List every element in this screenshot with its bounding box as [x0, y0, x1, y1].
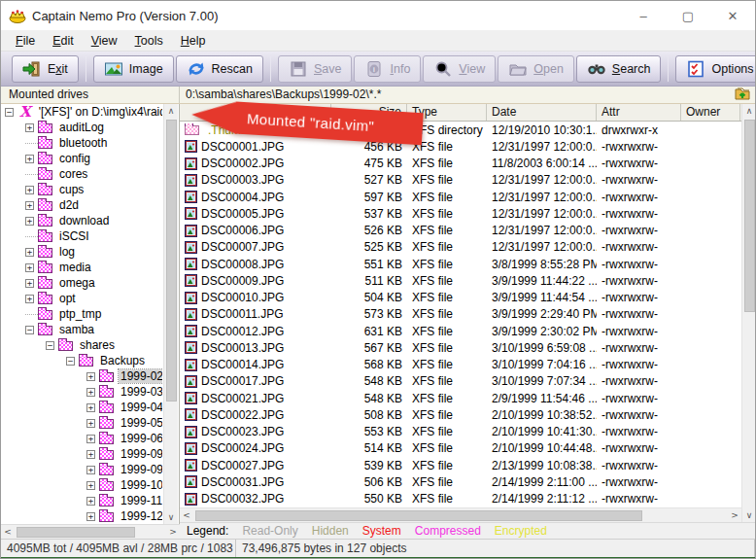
- tree-expander-plus-icon[interactable]: +: [25, 217, 34, 226]
- scroll-down-icon[interactable]: ∨: [164, 510, 178, 524]
- file-row-dsc00007-jpg[interactable]: DSC00007.JPG525 KBXFS file12/31/1997 12:…: [180, 239, 741, 256]
- tree-expander-plus-icon[interactable]: +: [86, 450, 95, 459]
- view-button[interactable]: View: [423, 55, 496, 83]
- file-row-dsc00032-jpg[interactable]: DSC00032.JPG550 KBXFS file2/14/1999 2:11…: [180, 491, 741, 507]
- menu-view[interactable]: View: [83, 32, 126, 50]
- file-row-dsc00011-jpg[interactable]: DSC00011.JPG573 KBXFS file3/9/1999 2:29:…: [180, 306, 741, 323]
- tree-expander-plus-icon[interactable]: +: [86, 497, 95, 506]
- folder-up-icon[interactable]: [734, 86, 751, 104]
- list-horizontal-scrollbar[interactable]: < >: [180, 507, 741, 522]
- tree-horizontal-scrollbar[interactable]: < >: [1, 524, 180, 539]
- tree-expander-plus-icon[interactable]: +: [86, 419, 95, 428]
- scroll-up-icon[interactable]: ∧: [742, 104, 756, 118]
- tree-expander-minus-icon[interactable]: −: [25, 326, 34, 334]
- tree-item-opt[interactable]: +opt: [1, 291, 162, 306]
- exit-button[interactable]: Exit: [12, 55, 79, 83]
- file-row-dsc00005-jpg[interactable]: DSC00005.JPG537 KBXFS file12/31/1997 12:…: [180, 205, 741, 222]
- file-row-dsc00008-jpg[interactable]: DSC00008.JPG551 KBXFS file3/8/1999 8:55:…: [180, 256, 741, 272]
- tree-item-1999-12[interactable]: +1999-12: [1, 508, 162, 524]
- minimize-button[interactable]: –: [621, 1, 666, 30]
- tree-expander-minus-icon[interactable]: −: [5, 108, 14, 117]
- tree-hscroll-thumb[interactable]: [17, 527, 135, 538]
- open-button[interactable]: Open: [498, 55, 574, 83]
- tree-item-d2d[interactable]: +d2d: [1, 197, 162, 213]
- scroll-up-icon[interactable]: ∧: [164, 104, 178, 118]
- tree-expander-minus-icon[interactable]: −: [66, 357, 75, 366]
- tree-expander-plus-icon[interactable]: +: [86, 403, 95, 412]
- file-row-dsc00006-jpg[interactable]: DSC00006.JPG526 KBXFS file12/31/1997 12:…: [180, 223, 741, 239]
- tree-expander-plus-icon[interactable]: +: [86, 435, 95, 443]
- tree-item-1999-03[interactable]: +1999-03: [1, 384, 162, 400]
- tree-item-cups[interactable]: +cups: [1, 182, 162, 197]
- search-button[interactable]: Search: [576, 55, 662, 83]
- tree-item-1999-02[interactable]: +1999-02: [1, 368, 162, 384]
- file-row-dsc00012-jpg[interactable]: DSC00012.JPG631 KBXFS file3/9/1999 2:30:…: [180, 323, 741, 339]
- tree-item-download[interactable]: +download: [1, 213, 162, 228]
- tree-expander-plus-icon[interactable]: +: [86, 372, 95, 381]
- column-header-attr[interactable]: Attr: [597, 104, 681, 121]
- scroll-right-icon[interactable]: >: [166, 525, 180, 539]
- tree-expander-plus-icon[interactable]: +: [25, 155, 34, 163]
- save-button[interactable]: Save: [278, 55, 353, 83]
- tree-expander-plus-icon[interactable]: +: [25, 123, 34, 132]
- tree-item-backups[interactable]: −Backups: [1, 353, 162, 368]
- file-row-dsc00003-jpg[interactable]: DSC00003.JPG527 KBXFS file12/31/1997 12:…: [180, 172, 741, 189]
- tree-item-1999-10[interactable]: +1999-10: [1, 477, 162, 493]
- tree-vscroll-thumb[interactable]: [166, 120, 177, 402]
- tree-item-cores[interactable]: cores: [1, 166, 162, 182]
- tree-item-omega[interactable]: +omega: [1, 275, 162, 291]
- tree-item-iscsi[interactable]: iSCSI: [1, 228, 162, 244]
- file-row-dsc00031-jpg[interactable]: DSC00031.JPG506 KBXFS file2/14/1999 2:11…: [180, 473, 741, 490]
- tree-expander-plus-icon[interactable]: +: [25, 201, 34, 210]
- list-vertical-scrollbar[interactable]: ∧ ∨: [741, 104, 756, 522]
- tree-vertical-scrollbar[interactable]: ∧ ∨: [163, 104, 178, 524]
- file-row-dsc00004-jpg[interactable]: DSC00004.JPG597 KBXFS file12/31/1997 12:…: [180, 189, 741, 205]
- menu-file[interactable]: File: [7, 32, 44, 50]
- tree-expander-plus-icon[interactable]: +: [25, 263, 34, 272]
- rescan-button[interactable]: Rescan: [176, 55, 263, 83]
- tree-item-config[interactable]: +config: [1, 151, 162, 166]
- column-header-owner[interactable]: Owner: [681, 104, 740, 121]
- column-header-date[interactable]: Date: [487, 104, 597, 121]
- tree-item-1999-09[interactable]: +1999-09: [1, 446, 162, 462]
- tree-expander-plus-icon[interactable]: +: [25, 295, 34, 303]
- file-row-dsc00017-jpg[interactable]: DSC00017.JPG548 KBXFS file3/10/1999 7:07…: [180, 373, 741, 390]
- tree-item-bluetooth[interactable]: bluetooth: [1, 135, 162, 151]
- file-row-dsc00027-jpg[interactable]: DSC00027.JPG539 KBXFS file2/13/1999 10:0…: [180, 457, 741, 473]
- tree-expander-plus-icon[interactable]: +: [25, 279, 34, 288]
- file-row-dsc00022-jpg[interactable]: DSC00022.JPG508 KBXFS file2/10/1999 10:3…: [180, 406, 741, 423]
- list-hscroll-thumb[interactable]: [195, 510, 642, 521]
- scroll-left-icon[interactable]: <: [1, 525, 15, 539]
- file-row-dsc00009-jpg[interactable]: DSC00009.JPG511 KBXFS file3/9/1999 11:44…: [180, 272, 741, 289]
- tree-item-auditlog[interactable]: +auditLog: [1, 120, 162, 135]
- file-row-dsc00010-jpg[interactable]: DSC00010.JPG504 KBXFS file3/9/1999 11:44…: [180, 290, 741, 306]
- scroll-down-icon[interactable]: ∨: [742, 508, 756, 522]
- tree-item-log[interactable]: +log: [1, 244, 162, 260]
- info-button[interactable]: iInfo: [354, 55, 421, 83]
- file-row-dsc00024-jpg[interactable]: DSC00024.JPG514 KBXFS file2/10/1999 10:4…: [180, 440, 741, 457]
- menu-help[interactable]: Help: [172, 32, 215, 50]
- tree-expander-plus-icon[interactable]: +: [86, 512, 95, 521]
- tree-expander-plus-icon[interactable]: +: [86, 481, 95, 490]
- scroll-right-icon[interactable]: >: [728, 508, 741, 522]
- file-row-dsc00013-jpg[interactable]: DSC00013.JPG567 KBXFS file3/10/1999 6:59…: [180, 339, 741, 356]
- file-row-dsc00002-jpg[interactable]: DSC00002.JPG475 KBXFS file11/8/2003 6:00…: [180, 156, 741, 172]
- tree-item--xfs-on-d-img-ix4-raid-[interactable]: −X'[XFS]' on D:\img\ix4\raid.: [1, 104, 162, 120]
- maximize-button[interactable]: ▢: [666, 1, 710, 30]
- image-button[interactable]: Image: [93, 55, 174, 83]
- tree-item-ptp-tmp[interactable]: ptp_tmp: [1, 306, 162, 322]
- tree-expander-plus-icon[interactable]: +: [86, 388, 95, 397]
- tree-expander-minus-icon[interactable]: −: [46, 341, 54, 350]
- file-row-dsc00023-jpg[interactable]: DSC00023.JPG553 KBXFS file2/10/1999 10:4…: [180, 424, 741, 440]
- menu-tools[interactable]: Tools: [126, 32, 172, 50]
- tree-item-1999-11[interactable]: +1999-11: [1, 493, 162, 508]
- file-row-dsc00001-jpg[interactable]: DSC00001.JPG456 KBXFS file12/31/1997 12:…: [180, 138, 741, 155]
- menu-edit[interactable]: Edit: [44, 32, 83, 50]
- tree-expander-plus-icon[interactable]: +: [25, 248, 34, 257]
- scroll-left-icon[interactable]: <: [180, 508, 193, 522]
- tree-item-1999-04[interactable]: +1999-04: [1, 400, 162, 415]
- tree-item-1999-05[interactable]: +1999-05: [1, 415, 162, 431]
- tree-item-samba[interactable]: −samba: [1, 322, 162, 337]
- tree-expander-plus-icon[interactable]: +: [25, 186, 34, 194]
- tree-item-1999-09-l[interactable]: +1999-09-L: [1, 462, 162, 477]
